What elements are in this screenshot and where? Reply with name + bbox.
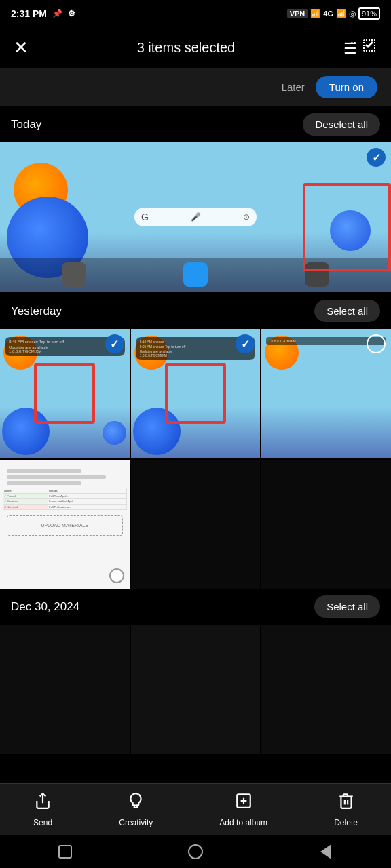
recent-apps-button[interactable] — [52, 838, 79, 865]
home-button[interactable] — [182, 838, 209, 865]
time: 2:31 PM — [11, 8, 47, 19]
selection-count-title: 3 items selected — [137, 40, 236, 56]
close-button[interactable]: ✕ — [11, 35, 31, 61]
wifi-icon: ◎ — [349, 9, 356, 18]
top-bar: ✕ 3 items selected ☰̈ — [0, 27, 391, 68]
back-icon — [320, 844, 331, 859]
yesterday-photo-1-selected — [105, 334, 124, 353]
creativity-icon — [127, 792, 145, 814]
yesterday-photo-1[interactable]: 8:46 AM snooze Tap to turn off Updates a… — [0, 329, 130, 458]
checklist-button[interactable]: ☰̈ — [341, 35, 380, 60]
yesterday-empty-2 — [261, 460, 391, 589]
dec30-select-all-button[interactable]: Select all — [314, 595, 380, 618]
content-area: Later Turn on Today Deselect all G 🎤 ⊙ — [0, 68, 391, 842]
today-section-header: Today Deselect all — [0, 106, 391, 142]
later-button[interactable]: Later — [282, 81, 305, 93]
yesterday-photo-3[interactable]: 1.0.8.0.TGCMIXM — [261, 329, 391, 458]
yesterday-photo-grid: 8:46 AM snooze Tap to turn off Updates a… — [0, 329, 391, 458]
signal-icon: 📶 — [310, 9, 320, 18]
send-button[interactable]: Send — [33, 792, 52, 827]
close-icon: ✕ — [14, 37, 29, 58]
dec30-photo-grid — [0, 625, 391, 754]
delete-label: Delete — [334, 818, 358, 827]
delete-button[interactable]: Delete — [334, 792, 358, 827]
creativity-label: Creativity — [119, 818, 153, 827]
battery-level: 91 — [362, 9, 370, 18]
bottom-toolbar: Send Creativity Add to album — [0, 783, 391, 835]
dec30-label: Dec 30, 2024 — [11, 600, 79, 614]
deselect-all-button[interactable]: Deselect all — [303, 113, 380, 136]
yesterday-label: Yesterday — [11, 304, 62, 318]
yesterday-select-all-button[interactable]: Select all — [314, 300, 380, 322]
status-bar: 2:31 PM 📌 ⚙ VPN 📶 4G 📶 ◎ 91% — [0, 0, 391, 27]
status-left: 2:31 PM 📌 ⚙ — [11, 8, 75, 19]
add-to-album-button[interactable]: Add to album — [219, 792, 267, 827]
checklist-icon: ☰̈ — [343, 40, 357, 57]
status-right: VPN 📶 4G 📶 ◎ 91% — [287, 7, 380, 20]
vpn-badge: VPN — [287, 9, 308, 18]
yesterday-doc-photo[interactable]: NameDetails ✓ PrintedFull Time Appl... ✓… — [0, 460, 130, 589]
network-icon: 4G — [323, 9, 333, 18]
add-to-album-icon — [235, 792, 253, 814]
today-photo-selected — [367, 148, 386, 167]
today-photo-cell[interactable]: G 🎤 ⊙ — [0, 142, 391, 292]
dec30-photo-1[interactable] — [0, 625, 130, 754]
notification-icon: 📌 — [52, 9, 62, 18]
creativity-button[interactable]: Creativity — [119, 792, 153, 827]
send-icon — [34, 792, 52, 814]
yesterday-section-header: Yesterday Select all — [0, 293, 391, 329]
yesterday-empty-1 — [131, 460, 261, 589]
recent-apps-icon — [58, 845, 72, 859]
send-label: Send — [33, 818, 52, 827]
home-icon — [188, 844, 203, 859]
signal2-icon: 📶 — [336, 9, 346, 18]
sync-banner: Later Turn on — [0, 68, 391, 106]
dec30-photo-3[interactable] — [261, 625, 391, 754]
battery-icon: 91% — [358, 7, 380, 20]
dec30-section-header: Dec 30, 2024 Select all — [0, 589, 391, 625]
yesterday-photo-3-unselected — [367, 334, 386, 353]
select-mode-icon — [361, 37, 377, 54]
add-to-album-label: Add to album — [219, 818, 267, 827]
settings-icon: ⚙ — [68, 9, 75, 18]
nav-bar — [0, 835, 391, 868]
back-button[interactable] — [312, 838, 339, 865]
yesterday-photo-grid-2: NameDetails ✓ PrintedFull Time Appl... ✓… — [0, 460, 391, 589]
dec30-photo-2[interactable] — [131, 625, 261, 754]
delete-icon — [337, 792, 355, 814]
yesterday-photo-2[interactable]: 8:10 AM snooze 8:05 AM snooze Tap to tur… — [131, 329, 261, 458]
turn-on-button[interactable]: Turn on — [316, 76, 377, 98]
today-label: Today — [11, 118, 41, 132]
